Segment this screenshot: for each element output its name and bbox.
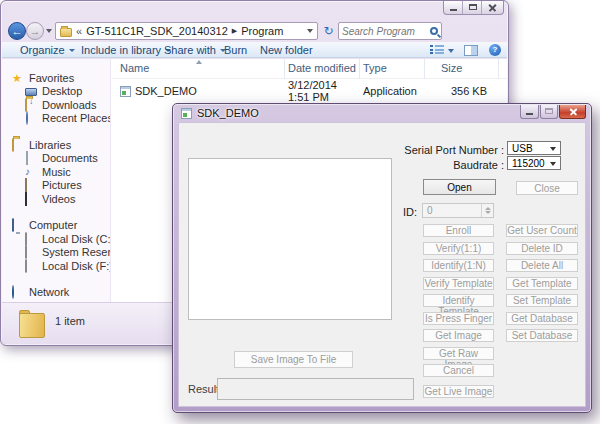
disk-icon bbox=[25, 259, 27, 273]
close-port-button[interactable]: Close bbox=[516, 181, 578, 195]
organize-menu[interactable]: Organize bbox=[20, 44, 75, 56]
get-database-button[interactable]: Get Database bbox=[506, 312, 578, 325]
column-header-size[interactable]: Size bbox=[425, 59, 499, 79]
breadcrumb-current[interactable]: Program bbox=[241, 25, 283, 37]
serial-port-select[interactable]: USB bbox=[507, 141, 561, 155]
result-textbox[interactable] bbox=[217, 378, 414, 400]
get-raw-image-button[interactable]: Get Raw Image bbox=[423, 347, 494, 360]
sidebar-item-system-reserved-e[interactable]: System Reserved (E:) bbox=[2, 246, 110, 260]
documents-icon bbox=[26, 151, 28, 165]
sidebar-item-favorites[interactable]: ★Favorites bbox=[2, 71, 110, 85]
breadcrumb-folder[interactable]: GT-511C1R_SDK_20140312 bbox=[86, 25, 228, 37]
recent-places-icon bbox=[26, 111, 28, 125]
change-view-chevron-icon[interactable] bbox=[448, 49, 454, 53]
sidebar-item-downloads[interactable]: Downloads bbox=[2, 98, 110, 112]
sidebar-item-recent-places[interactable]: Recent Places bbox=[2, 112, 110, 126]
set-database-button[interactable]: Set Database bbox=[506, 329, 578, 342]
identify-template-button[interactable]: Identify Template bbox=[423, 294, 494, 307]
chevron-down-icon bbox=[550, 162, 556, 166]
set-template-button[interactable]: Set Template bbox=[506, 294, 578, 307]
stepper-arrows[interactable] bbox=[481, 204, 493, 217]
chevron-down-icon bbox=[550, 147, 556, 151]
star-icon: ★ bbox=[12, 72, 24, 84]
verify-button[interactable]: Verify(1:1) bbox=[423, 242, 494, 255]
chevron-down-icon bbox=[485, 211, 491, 214]
maximize-button[interactable] bbox=[463, 1, 482, 14]
close-button[interactable] bbox=[559, 105, 586, 119]
get-live-image-button[interactable]: Get Live Image bbox=[423, 385, 494, 398]
sidebar-item-music[interactable]: ♪Music bbox=[2, 165, 110, 179]
chevron-up-icon bbox=[485, 207, 491, 210]
music-icon: ♪ bbox=[25, 166, 37, 178]
get-user-count-button[interactable]: Get User Count bbox=[506, 224, 578, 237]
downloads-icon bbox=[25, 98, 27, 112]
sidebar-item-local-disk-f[interactable]: Local Disk (F:) bbox=[2, 259, 110, 273]
close-button[interactable] bbox=[482, 1, 503, 14]
dialog-title: SDK_DEMO bbox=[197, 107, 259, 119]
dialog-title-bar: SDK_DEMO bbox=[181, 107, 259, 119]
address-bar[interactable]: « GT-511C1R_SDK_20140312 ▶ Program bbox=[55, 22, 318, 40]
disk-icon bbox=[25, 245, 27, 259]
desktop-icon bbox=[25, 88, 37, 96]
back-arrow-icon: ← bbox=[12, 25, 23, 37]
refresh-icon: ↻ bbox=[323, 24, 333, 38]
file-size: 356 KB bbox=[425, 85, 499, 97]
get-image-button[interactable]: Get Image bbox=[423, 329, 494, 342]
burn-button[interactable]: Burn bbox=[224, 44, 247, 56]
help-icon: ? bbox=[493, 45, 498, 54]
cancel-button[interactable]: Cancel bbox=[423, 364, 494, 377]
help-button[interactable]: ? bbox=[489, 44, 501, 56]
get-template-button[interactable]: Get Template bbox=[506, 277, 578, 290]
column-header-type[interactable]: Type bbox=[360, 59, 425, 79]
left-button-column: Enroll Verify(1:1) Identify(1:N) Verify … bbox=[423, 224, 494, 398]
file-type: Application bbox=[360, 85, 425, 97]
recent-pages-chevron-icon[interactable] bbox=[46, 29, 52, 33]
table-row[interactable]: SDK_DEMO 3/12/2014 1:51 PM Application 3… bbox=[112, 79, 507, 98]
sidebar-item-pictures[interactable]: Pictures bbox=[2, 179, 110, 193]
include-in-library-menu[interactable]: Include in library bbox=[81, 44, 171, 56]
delete-all-button[interactable]: Delete All bbox=[506, 259, 578, 272]
back-button[interactable]: ← bbox=[8, 22, 26, 40]
new-folder-button[interactable]: New folder bbox=[260, 44, 313, 56]
search-box bbox=[338, 22, 442, 40]
baudrate-select[interactable]: 115200 bbox=[507, 156, 561, 170]
open-button[interactable]: Open bbox=[423, 179, 496, 195]
fingerprint-image-box bbox=[188, 158, 392, 320]
sidebar-item-libraries[interactable]: Libraries bbox=[2, 138, 110, 152]
chevron-down-icon bbox=[69, 49, 75, 52]
sidebar-item-documents[interactable]: Documents bbox=[2, 152, 110, 166]
id-value: 0 bbox=[427, 205, 433, 216]
search-icon[interactable] bbox=[430, 27, 438, 35]
breadcrumb-overflow[interactable]: « bbox=[76, 25, 82, 37]
save-image-button[interactable]: Save Image To File bbox=[234, 351, 353, 368]
change-view-button[interactable] bbox=[430, 45, 444, 55]
minimize-icon bbox=[450, 9, 457, 11]
enroll-button[interactable]: Enroll bbox=[423, 224, 494, 237]
maximize-button[interactable] bbox=[540, 105, 558, 119]
verify-template-button[interactable]: Verify Template bbox=[423, 277, 494, 290]
breadcrumb-separator-icon[interactable]: ▶ bbox=[232, 27, 237, 35]
search-input[interactable] bbox=[342, 26, 422, 37]
computer-icon bbox=[12, 218, 14, 232]
serial-port-value: USB bbox=[512, 143, 533, 154]
share-with-menu[interactable]: Share with bbox=[164, 44, 226, 56]
network-icon bbox=[12, 285, 14, 299]
column-headers: Name Date modified Type Size bbox=[112, 59, 507, 79]
sidebar-item-network[interactable]: Network bbox=[2, 286, 110, 300]
forward-button[interactable]: → bbox=[26, 22, 44, 40]
sidebar-item-desktop[interactable]: Desktop bbox=[2, 85, 110, 99]
column-header-date-modified[interactable]: Date modified bbox=[285, 59, 360, 79]
preview-pane-button[interactable] bbox=[464, 45, 478, 56]
delete-id-button[interactable]: Delete ID bbox=[506, 242, 578, 255]
is-press-finger-button[interactable]: Is Press Finger bbox=[423, 312, 494, 325]
id-stepper[interactable]: 0 bbox=[422, 203, 494, 218]
refresh-button[interactable]: ↻ bbox=[321, 23, 336, 39]
sidebar-item-computer[interactable]: Computer bbox=[2, 219, 110, 233]
identify-button[interactable]: Identify(1:N) bbox=[423, 259, 494, 272]
folder-icon bbox=[60, 28, 72, 37]
minimize-button[interactable] bbox=[520, 105, 539, 119]
libraries-icon bbox=[12, 138, 14, 152]
minimize-button[interactable] bbox=[444, 1, 463, 14]
address-dropdown-icon[interactable] bbox=[307, 29, 313, 33]
sidebar-item-videos[interactable]: Videos bbox=[2, 192, 110, 206]
